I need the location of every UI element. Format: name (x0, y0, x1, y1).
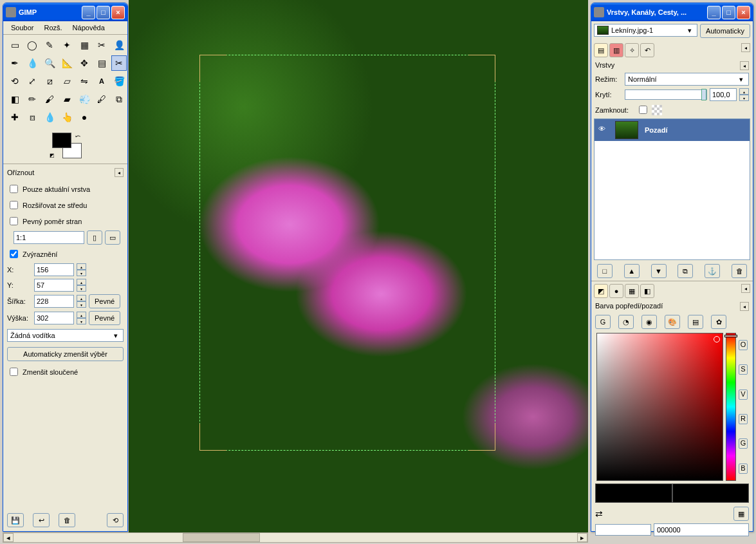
lower-layer-button[interactable]: ▼ (651, 264, 667, 278)
tool-perspective-clone[interactable]: ⧈ (24, 109, 40, 125)
tool-ink[interactable]: 🖋 (94, 91, 109, 107)
ch-r[interactable]: R (739, 414, 748, 424)
tool-text[interactable]: A (94, 73, 109, 89)
crop-x-spinner[interactable]: ▴▾ (77, 263, 86, 276)
scales-select-button[interactable]: ▤ (688, 315, 703, 329)
reset-options-button[interactable]: ⟲ (107, 513, 124, 527)
tool-rect-select[interactable]: ▭ (7, 37, 23, 53)
palette-select-button[interactable]: 🎨 (665, 315, 680, 329)
check-fixed-aspect[interactable] (10, 217, 18, 225)
horizontal-scrollbar[interactable]: ◂ ▸ (3, 532, 588, 543)
tool-move[interactable]: ✥ (77, 55, 92, 71)
hue-handle[interactable] (724, 335, 737, 337)
old-color[interactable] (672, 483, 750, 503)
tab-fgbg[interactable]: ◩ (594, 284, 608, 298)
watercolor-select-button[interactable]: ✿ (711, 315, 726, 329)
crop-w-spinner[interactable]: ▴▾ (77, 295, 86, 308)
layers-list[interactable]: 👁 Pozadí (594, 118, 750, 260)
menu-ext[interactable]: Rozš. (40, 23, 66, 33)
scroll-left-button[interactable]: ◂ (3, 533, 14, 542)
tool-eraser[interactable]: ▰ (59, 91, 75, 107)
crop-handle-sw[interactable] (199, 424, 226, 451)
maximize-button[interactable]: □ (97, 6, 110, 19)
slider-handle[interactable] (701, 89, 706, 100)
auto-button[interactable]: Automaticky (700, 24, 750, 38)
check-only-layer[interactable] (10, 185, 18, 193)
fixed-h-button[interactable]: Pevné (89, 311, 120, 325)
duplicate-layer-button[interactable]: ⧉ (678, 264, 693, 278)
delete-options-button[interactable]: 🗑 (59, 513, 75, 527)
guides-dropdown[interactable]: Žádná vodítka▾ (7, 329, 124, 342)
mode-dropdown[interactable]: Normální▾ (625, 73, 749, 86)
panel-menu-button[interactable]: ◂ (115, 168, 124, 177)
tool-fuzzy-select[interactable]: ✦ (59, 37, 75, 53)
crop-handle-ne[interactable] (468, 55, 495, 82)
tool-clone[interactable]: ⧉ (111, 91, 127, 107)
check-highlight[interactable] (10, 250, 18, 258)
swap-colors-icon[interactable]: ⤺ (75, 133, 80, 140)
tool-foreground[interactable]: 👤 (111, 37, 127, 53)
eye-icon[interactable]: 👁 (598, 125, 609, 135)
color-history[interactable] (595, 524, 651, 536)
fg-color[interactable] (52, 133, 71, 148)
aspect-ratio-input[interactable] (14, 231, 84, 244)
crop-handle-nw[interactable] (199, 55, 226, 82)
gimp-select-button[interactable]: G (595, 315, 611, 329)
tool-blur[interactable]: 💧 (42, 109, 57, 125)
check-expand-center[interactable] (10, 201, 18, 209)
crop-y-input[interactable] (34, 279, 74, 292)
tool-blend[interactable]: ◧ (7, 91, 23, 107)
scroll-right-button[interactable]: ▸ (577, 533, 587, 542)
sv-handle[interactable] (714, 336, 720, 342)
crop-h-input[interactable] (34, 312, 74, 324)
tool-perspective[interactable]: ▱ (59, 73, 75, 89)
tool-flip[interactable]: ⇋ (77, 73, 92, 89)
cmyk-select-button[interactable]: ◔ (618, 315, 634, 329)
tab-paths[interactable]: ✧ (625, 43, 639, 57)
tool-measure[interactable]: 📐 (59, 55, 75, 71)
fixed-w-button[interactable]: Pevné (89, 294, 120, 308)
ch-s[interactable]: S (739, 364, 748, 375)
minimize-button[interactable]: _ (82, 6, 95, 19)
tool-airbrush[interactable]: 💨 (77, 91, 92, 107)
hex-input[interactable] (654, 523, 749, 536)
default-colors-icon[interactable]: ◩ (50, 153, 55, 158)
tool-crop[interactable]: ✂ (111, 55, 127, 71)
scroll-thumb[interactable] (183, 533, 260, 542)
sv-box[interactable] (596, 333, 723, 481)
tab-menu-button[interactable]: ◂ (741, 284, 750, 293)
menu-file[interactable]: Soubor (7, 23, 37, 33)
aspect-landscape-button[interactable]: ▭ (105, 230, 120, 245)
close-button[interactable]: × (111, 6, 125, 19)
tool-align[interactable]: ▤ (94, 55, 109, 71)
tab-undo[interactable]: ↶ (640, 43, 654, 57)
crop-handle-se[interactable] (468, 424, 495, 451)
tab-patterns[interactable]: ▦ (625, 284, 639, 298)
aspect-portrait-button[interactable]: ▯ (87, 230, 102, 245)
tool-scissors[interactable]: ✂ (94, 37, 109, 53)
add-to-palette-button[interactable]: ▦ (733, 507, 749, 521)
tool-shear[interactable]: ⧄ (42, 73, 57, 89)
tool-dodge[interactable]: ● (77, 109, 92, 125)
ch-g[interactable]: G (739, 438, 748, 449)
swap-fgbg-icon[interactable]: ⇄ (595, 509, 603, 519)
tool-paintbrush[interactable]: 🖌 (42, 91, 57, 107)
tab-brushes[interactable]: ● (609, 284, 623, 298)
tool-color-picker[interactable]: 💧 (24, 55, 40, 71)
crop-selection[interactable] (199, 55, 495, 451)
raise-layer-button[interactable]: ▲ (624, 264, 640, 278)
tab-channels[interactable]: ▥ (609, 43, 623, 57)
close-button[interactable]: × (737, 6, 750, 19)
tool-zoom[interactable]: 🔍 (42, 55, 57, 71)
crop-w-input[interactable] (34, 295, 74, 308)
wheel-select-button[interactable]: ◉ (641, 315, 657, 329)
minimize-button[interactable]: _ (707, 6, 721, 19)
opacity-input[interactable] (710, 88, 737, 101)
ch-v[interactable]: V (739, 389, 748, 400)
new-layer-button[interactable]: □ (597, 264, 613, 278)
image-canvas[interactable] (129, 0, 588, 534)
tab-gradients[interactable]: ◧ (640, 284, 654, 298)
delete-layer-button[interactable]: 🗑 (732, 264, 747, 278)
tab-layers[interactable]: ▤ (594, 43, 608, 57)
crop-h-spinner[interactable]: ▴▾ (77, 312, 86, 324)
